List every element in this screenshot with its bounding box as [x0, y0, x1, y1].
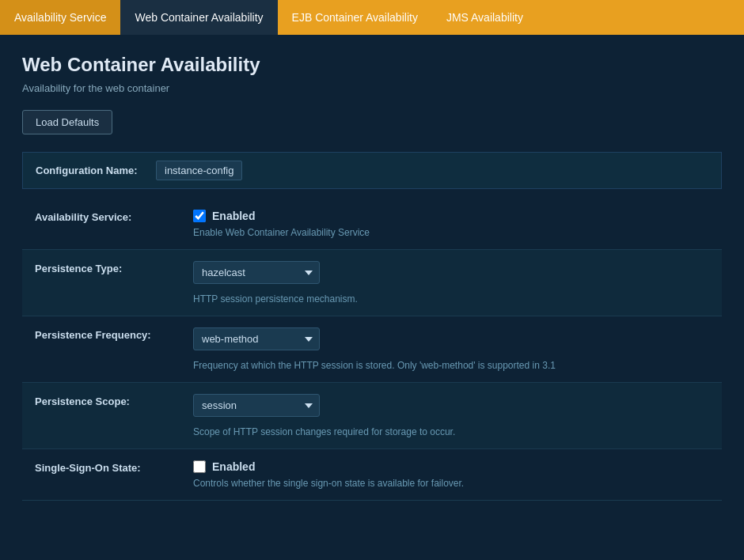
tab-jms-availability[interactable]: JMS Availability — [432, 0, 537, 35]
field-cell-persistence-type: hazelcast memory file replicated custom … — [180, 250, 722, 316]
availability-service-checkbox-label: Enabled — [212, 210, 255, 222]
persistence-type-help: HTTP session persistence mechanism. — [193, 293, 709, 305]
field-label-single-sign-on-state: Single-Sign-On State: — [22, 449, 180, 501]
field-label-availability-service: Availability Service: — [22, 199, 180, 250]
table-row: Availability Service: Enabled Enable Web… — [22, 199, 722, 250]
persistence-frequency-help: Frequency at which the HTTP session is s… — [193, 360, 709, 371]
persistence-scope-select[interactable]: session modified-session modified-attrib… — [193, 394, 320, 417]
single-sign-on-state-checkbox-row: Enabled — [193, 460, 709, 473]
table-row: Single-Sign-On State: Enabled Controls w… — [22, 449, 722, 501]
page-title: Web Container Availability — [22, 54, 722, 76]
single-sign-on-state-help: Controls whether the single sign-on stat… — [193, 478, 709, 489]
field-cell-persistence-frequency: web-method time-based never Frequency at… — [180, 316, 722, 383]
persistence-scope-help: Scope of HTTP session changes required f… — [193, 426, 709, 437]
config-name-row: Configuration Name: instance-config — [22, 152, 722, 189]
field-label-persistence-frequency: Persistence Frequency: — [22, 316, 180, 383]
field-cell-persistence-scope: session modified-session modified-attrib… — [180, 383, 722, 449]
page-subtitle: Availability for the web container — [22, 82, 722, 94]
config-name-label: Configuration Name: — [36, 165, 146, 176]
tab-ejb-container-availability[interactable]: EJB Container Availability — [278, 0, 432, 35]
availability-service-checkbox-row: Enabled — [193, 210, 709, 222]
form-table: Availability Service: Enabled Enable Web… — [22, 199, 722, 501]
config-name-value: instance-config — [156, 161, 242, 180]
availability-service-help: Enable Web Container Availability Servic… — [193, 227, 709, 238]
tab-bar: Availability Service Web Container Avail… — [0, 0, 744, 35]
table-row: Persistence Type: hazelcast memory file … — [22, 250, 722, 316]
table-row: Persistence Scope: session modified-sess… — [22, 383, 722, 449]
persistence-type-select[interactable]: hazelcast memory file replicated custom — [193, 261, 320, 284]
persistence-frequency-select[interactable]: web-method time-based never — [193, 327, 320, 350]
single-sign-on-state-checkbox-label: Enabled — [212, 460, 255, 473]
tab-availability-service[interactable]: Availability Service — [0, 0, 120, 35]
load-defaults-button[interactable]: Load Defaults — [22, 110, 112, 134]
field-cell-single-sign-on-state: Enabled Controls whether the single sign… — [180, 449, 722, 501]
main-content: Web Container Availability Availability … — [0, 35, 744, 520]
field-cell-availability-service: Enabled Enable Web Container Availabilit… — [180, 199, 722, 250]
availability-service-checkbox[interactable] — [193, 210, 206, 222]
field-label-persistence-type: Persistence Type: — [22, 250, 180, 316]
tab-web-container-availability[interactable]: Web Container Availability — [120, 0, 277, 35]
field-label-persistence-scope: Persistence Scope: — [22, 383, 180, 449]
table-row: Persistence Frequency: web-method time-b… — [22, 316, 722, 383]
single-sign-on-state-checkbox[interactable] — [193, 460, 206, 473]
